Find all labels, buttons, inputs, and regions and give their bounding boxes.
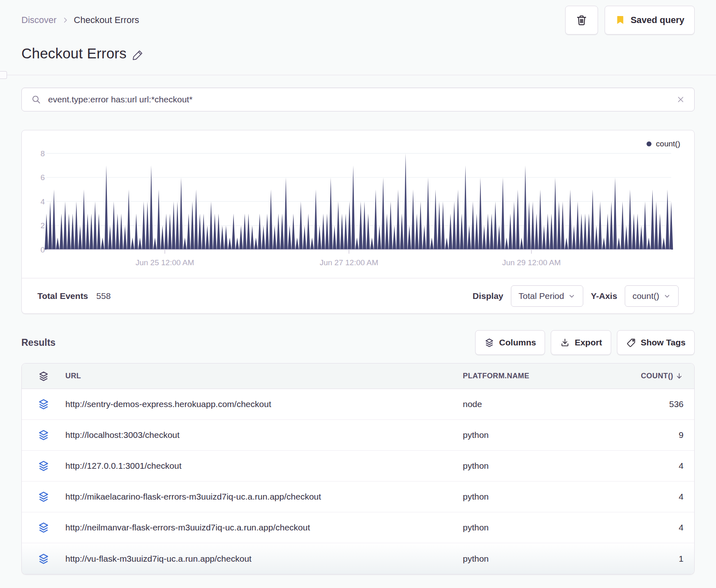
display-period-dropdown[interactable]: Total Period xyxy=(511,285,584,307)
legend-count[interactable]: count() xyxy=(647,139,680,148)
discover-page: Discover Checkout Errors xyxy=(0,0,716,588)
sort-desc-icon xyxy=(675,372,684,380)
cell-url[interactable]: http://sentry-demos-express.herokuapp.co… xyxy=(65,399,463,409)
y-tick-2: 2 xyxy=(40,221,45,230)
bookmark-icon xyxy=(615,15,626,25)
show-tags-button[interactable]: Show Tags xyxy=(617,330,695,355)
divider-handle[interactable] xyxy=(0,71,7,79)
cell-count: 1 xyxy=(626,554,684,564)
saved-query-button[interactable]: Saved query xyxy=(605,6,695,35)
cell-count: 4 xyxy=(626,492,684,502)
chart-footer: Total Events 558 Display Total Period Y-… xyxy=(22,278,694,313)
display-period-value: Total Period xyxy=(519,291,564,301)
title-row: Checkout Errors xyxy=(21,45,695,62)
saved-query-label: Saved query xyxy=(631,15,684,25)
cell-url[interactable]: http://mikaelacarino-flask-errors-m3uuiz… xyxy=(65,492,463,502)
top-bar: Discover Checkout Errors xyxy=(21,0,695,35)
x-tick-jun27: Jun 27 12:00 AM xyxy=(320,258,379,267)
chevron-down-icon xyxy=(568,292,575,300)
search-query: event.type:error has:url url:*checkout* xyxy=(48,95,670,104)
breadcrumb-current: Checkout Errors xyxy=(74,15,139,25)
cell-platform: python xyxy=(463,554,626,564)
cell-count: 9 xyxy=(626,430,684,440)
stack-events-icon[interactable] xyxy=(22,491,65,503)
download-icon xyxy=(560,338,570,348)
header-actions: Saved query xyxy=(565,6,695,35)
columns-button[interactable]: Columns xyxy=(475,330,545,355)
cell-url[interactable]: http://vu-flask-m3uuizd7iq-uc.a.run.app/… xyxy=(65,554,463,564)
cell-platform: python xyxy=(463,492,626,502)
table-row: http://127.0.0.1:3001/checkout python 4 xyxy=(22,451,694,482)
panel-divider xyxy=(0,75,716,75)
y-tick-0: 0 xyxy=(40,245,45,254)
y-tick-8: 8 xyxy=(40,149,45,158)
results-heading: Results xyxy=(21,337,55,348)
legend-dot xyxy=(647,141,651,146)
events-chart-card: count() 0 2 4 6 8 xyxy=(21,130,695,314)
edit-title-icon[interactable] xyxy=(132,49,144,60)
y-tick-6: 6 xyxy=(40,173,45,182)
breadcrumb: Discover Checkout Errors xyxy=(21,15,139,25)
cell-url[interactable]: http://localhost:3003/checkout xyxy=(65,430,463,440)
clear-search-icon[interactable] xyxy=(676,95,685,104)
cell-count: 4 xyxy=(626,523,684,532)
search-icon xyxy=(31,94,42,105)
chevron-down-icon xyxy=(663,292,671,300)
yaxis-label: Y-Axis xyxy=(591,291,617,301)
search-bar[interactable]: event.type:error has:url url:*checkout* xyxy=(21,88,695,111)
stack-events-icon[interactable] xyxy=(22,398,65,410)
column-header-url[interactable]: URL xyxy=(65,372,463,380)
delete-query-button[interactable] xyxy=(565,6,598,35)
export-button[interactable]: Export xyxy=(551,330,611,355)
total-events-value: 558 xyxy=(96,291,111,301)
cell-url[interactable]: http://neilmanvar-flask-errors-m3uuizd7i… xyxy=(65,523,463,532)
stack-events-icon[interactable] xyxy=(22,553,65,565)
stack-column-header[interactable] xyxy=(22,370,65,382)
stack-events-icon[interactable] xyxy=(22,460,65,472)
tag-icon xyxy=(626,338,636,348)
yaxis-value: count() xyxy=(633,291,659,301)
y-tick-4: 4 xyxy=(40,197,45,206)
table-row: http://localhost:3003/checkout python 9 xyxy=(22,420,694,451)
layers-icon xyxy=(38,370,49,382)
x-tick-jun25: Jun 25 12:00 AM xyxy=(136,258,194,267)
cell-url[interactable]: http://127.0.0.1:3001/checkout xyxy=(65,461,463,471)
cell-platform: python xyxy=(463,430,626,440)
show-tags-label: Show Tags xyxy=(641,338,686,347)
cell-platform: python xyxy=(463,461,626,471)
columns-label: Columns xyxy=(499,338,536,347)
results-table: URL PLATFORM.NAME COUNT() http://sentry-… xyxy=(21,363,695,574)
stack-events-icon[interactable] xyxy=(22,521,65,534)
trash-icon xyxy=(575,14,588,26)
cell-count: 4 xyxy=(626,461,684,471)
layers-icon xyxy=(484,338,494,348)
column-header-platform[interactable]: PLATFORM.NAME xyxy=(463,372,626,380)
x-tick-jun29: Jun 29 12:00 AM xyxy=(502,258,561,267)
table-row: http://neilmanvar-flask-errors-m3uuizd7i… xyxy=(22,512,694,543)
results-header: Results Columns Export xyxy=(21,330,695,355)
yaxis-dropdown[interactable]: count() xyxy=(625,285,679,307)
total-events-label: Total Events xyxy=(37,291,88,301)
chevron-right-icon xyxy=(62,16,69,24)
cell-count: 536 xyxy=(626,399,684,409)
breadcrumb-discover[interactable]: Discover xyxy=(21,15,57,25)
events-spike-chart[interactable]: 0 2 4 6 8 Jun 25 12:00 AM Jun 27 12:00 A… xyxy=(22,130,694,278)
display-label: Display xyxy=(473,291,504,301)
table-row: http://mikaelacarino-flask-errors-m3uuiz… xyxy=(22,482,694,512)
cell-platform: python xyxy=(463,523,626,532)
table-row: http://vu-flask-m3uuizd7iq-uc.a.run.app/… xyxy=(22,543,694,574)
page-title: Checkout Errors xyxy=(21,45,127,62)
table-header-row: URL PLATFORM.NAME COUNT() xyxy=(22,363,694,389)
stack-events-icon[interactable] xyxy=(22,429,65,441)
legend-label: count() xyxy=(656,139,680,148)
table-row: http://sentry-demos-express.herokuapp.co… xyxy=(22,389,694,420)
results-actions: Columns Export Show Tags xyxy=(475,330,695,355)
cell-platform: node xyxy=(463,399,626,409)
export-label: Export xyxy=(575,338,602,347)
column-header-count[interactable]: COUNT() xyxy=(626,372,684,380)
